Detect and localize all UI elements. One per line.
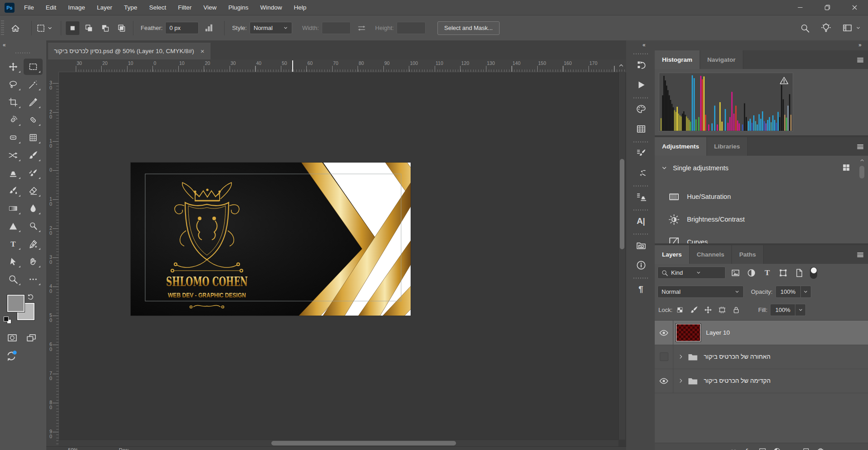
menu-help[interactable]: Help bbox=[288, 0, 312, 15]
vertical-ruler[interactable]: 3020100102030405060708090100 bbox=[46, 72, 59, 450]
grid-view-icon[interactable] bbox=[842, 163, 851, 172]
marquee-preset-icon[interactable] bbox=[36, 24, 45, 33]
histogram-tab-histogram[interactable]: Histogram bbox=[655, 50, 700, 69]
intersect-selection-button[interactable] bbox=[115, 21, 128, 35]
layers-tab-layers[interactable]: Layers bbox=[655, 245, 690, 264]
vertical-scrollbar-thumb[interactable] bbox=[620, 159, 624, 249]
collapse-right-icon[interactable]: » bbox=[858, 42, 862, 48]
minimize-button[interactable] bbox=[786, 0, 814, 15]
tool-pen[interactable] bbox=[24, 236, 43, 252]
tool-history-brush[interactable] bbox=[24, 165, 43, 181]
tool-patch[interactable] bbox=[4, 129, 23, 146]
rotate-view-icon[interactable] bbox=[5, 350, 17, 362]
workspace-icon[interactable] bbox=[843, 23, 852, 33]
height-input[interactable] bbox=[397, 22, 426, 34]
panel-clone-source-button[interactable] bbox=[631, 188, 651, 207]
menu-select[interactable]: Select bbox=[143, 0, 172, 15]
lock-position-icon[interactable] bbox=[704, 306, 712, 314]
opacity-input[interactable]: 100% bbox=[775, 286, 801, 298]
ruler-origin[interactable] bbox=[46, 59, 59, 72]
tool-blur[interactable] bbox=[24, 200, 43, 217]
rail-grip[interactable] bbox=[633, 97, 649, 99]
adjustment-hue-saturation[interactable]: Hue/Saturation bbox=[668, 188, 731, 205]
panel-table-grid-button[interactable] bbox=[631, 119, 651, 138]
quick-mask-icon[interactable] bbox=[6, 333, 18, 343]
tool-magic-wand[interactable] bbox=[24, 76, 43, 93]
layer-name[interactable]: האחורה של הכרטיס ביקור bbox=[704, 353, 770, 360]
menu-type[interactable]: Type bbox=[118, 0, 143, 15]
filter-toggle[interactable] bbox=[810, 267, 817, 279]
tool-move[interactable] bbox=[4, 59, 23, 75]
filter-adjustment-icon[interactable] bbox=[747, 268, 756, 277]
new-group-icon[interactable] bbox=[788, 447, 795, 450]
tool-path-select[interactable] bbox=[4, 253, 23, 270]
panel-paragraph-button[interactable]: ¶ bbox=[631, 280, 651, 299]
panel-history-button[interactable] bbox=[631, 55, 651, 74]
filter-frame-icon[interactable] bbox=[779, 268, 788, 277]
vertical-scrollbar[interactable] bbox=[618, 72, 625, 440]
panel-libraries-button[interactable] bbox=[631, 236, 651, 255]
new-layer-icon[interactable] bbox=[802, 447, 810, 450]
tool-healing-brush[interactable] bbox=[24, 112, 43, 128]
tool-rect-marquee[interactable] bbox=[24, 59, 43, 75]
tool-gradient[interactable] bbox=[4, 200, 23, 217]
panel-actions-button[interactable] bbox=[631, 75, 651, 94]
menu-image[interactable]: Image bbox=[62, 0, 91, 15]
menu-plugins[interactable]: Plugins bbox=[222, 0, 254, 15]
layers-tab-channels[interactable]: Channels bbox=[690, 245, 732, 264]
single-adjustments-header[interactable]: Single adjustments bbox=[661, 161, 729, 175]
layer-visibility-toggle[interactable] bbox=[655, 345, 673, 369]
adjustments-scrollbar-thumb[interactable] bbox=[859, 166, 864, 178]
panel-menu-icon[interactable] bbox=[856, 143, 864, 151]
rail-grip[interactable] bbox=[633, 141, 649, 143]
layer-name[interactable]: הקדימה של הכרטיס ביקור bbox=[704, 377, 770, 384]
close-tab-icon[interactable]: × bbox=[201, 47, 205, 55]
adjustment-layer-icon[interactable] bbox=[773, 447, 781, 450]
tool-content-aware-move[interactable] bbox=[4, 147, 23, 163]
panel-character-button[interactable]: A| bbox=[631, 212, 651, 231]
blend-mode-select[interactable]: Normal bbox=[657, 286, 744, 298]
horizontal-scrollbar[interactable] bbox=[59, 440, 618, 446]
layer-visibility-toggle[interactable] bbox=[655, 321, 673, 345]
menu-layer[interactable]: Layer bbox=[91, 0, 118, 15]
rail-grip[interactable] bbox=[633, 53, 649, 54]
select-and-mask-button[interactable]: Select and Mask... bbox=[437, 21, 500, 35]
search-icon[interactable] bbox=[800, 24, 809, 33]
add-selection-button[interactable] bbox=[82, 21, 96, 35]
new-selection-button[interactable] bbox=[66, 21, 79, 35]
menu-filter[interactable]: Filter bbox=[172, 0, 197, 15]
adjustments-tab-libraries[interactable]: Libraries bbox=[707, 137, 748, 156]
tool-more-tools[interactable] bbox=[24, 271, 43, 287]
tool-crop[interactable] bbox=[4, 94, 23, 110]
tool-dodge[interactable] bbox=[24, 218, 43, 234]
fill-input[interactable]: 100% bbox=[770, 304, 795, 316]
default-swatches-icon[interactable] bbox=[4, 316, 13, 324]
filter-image-icon[interactable] bbox=[731, 268, 740, 277]
chevron-up-icon[interactable] bbox=[618, 62, 624, 69]
panel-menu-icon[interactable] bbox=[856, 56, 864, 64]
histogram-tab-navigator[interactable]: Navigator bbox=[700, 50, 743, 69]
rail-grip[interactable] bbox=[633, 277, 649, 279]
layer-thumbnail[interactable] bbox=[676, 324, 701, 341]
tools-grip[interactable] bbox=[15, 52, 31, 54]
chevron-down-icon[interactable] bbox=[856, 25, 861, 30]
width-input[interactable] bbox=[322, 22, 351, 34]
group-expand-icon[interactable] bbox=[678, 378, 684, 384]
menu-file[interactable]: File bbox=[18, 0, 40, 15]
anti-alias-icon[interactable] bbox=[204, 23, 214, 33]
adjustments-scrollbar[interactable] bbox=[859, 158, 865, 242]
panel-swatches-palette-button[interactable] bbox=[631, 99, 651, 119]
tool-eyedropper[interactable] bbox=[24, 94, 43, 110]
document-canvas[interactable]: SHLOMO COHEN WEB DEV - GRAPHIC DESIGN bbox=[131, 163, 411, 316]
filter-kind-select[interactable]: Kind bbox=[657, 267, 726, 279]
rail-grip[interactable] bbox=[633, 185, 649, 187]
layer-row[interactable]: Layer 10 bbox=[655, 321, 868, 345]
collapse-left-icon[interactable]: « bbox=[3, 42, 6, 48]
tool-hand[interactable] bbox=[24, 253, 43, 270]
tool-lasso[interactable] bbox=[4, 76, 23, 93]
panel-tool-presets-button[interactable] bbox=[631, 163, 651, 183]
menu-window[interactable]: Window bbox=[254, 0, 288, 15]
layer-mask-icon[interactable] bbox=[759, 447, 766, 450]
close-button[interactable] bbox=[841, 0, 868, 15]
menu-view[interactable]: View bbox=[197, 0, 222, 15]
